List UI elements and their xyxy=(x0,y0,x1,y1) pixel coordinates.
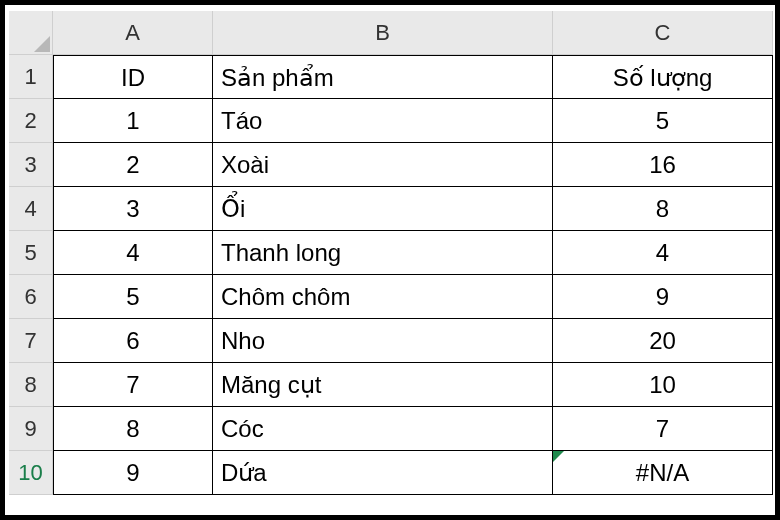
column-header-B[interactable]: B xyxy=(213,11,553,55)
column-header-C[interactable]: C xyxy=(553,11,773,55)
cell-A2[interactable]: 1 xyxy=(53,99,213,143)
cell-B10[interactable]: Dứa xyxy=(213,451,553,495)
cell-B8[interactable]: Măng cụt xyxy=(213,363,553,407)
row-header-5[interactable]: 5 xyxy=(9,231,53,275)
column-header-A[interactable]: A xyxy=(53,11,213,55)
row-header-7[interactable]: 7 xyxy=(9,319,53,363)
cell-B9[interactable]: Cóc xyxy=(213,407,553,451)
cell-A10[interactable]: 9 xyxy=(53,451,213,495)
cell-B6[interactable]: Chôm chôm xyxy=(213,275,553,319)
row-header-6[interactable]: 6 xyxy=(9,275,53,319)
cell-C9[interactable]: 7 xyxy=(553,407,773,451)
app-frame: A B C 1 ID Sản phẩm Số lượng 2 1 Táo 5 3… xyxy=(0,0,780,520)
cell-C5[interactable]: 4 xyxy=(553,231,773,275)
cell-A3[interactable]: 2 xyxy=(53,143,213,187)
cell-C8[interactable]: 10 xyxy=(553,363,773,407)
row-header-10[interactable]: 10 xyxy=(9,451,53,495)
cell-A7[interactable]: 6 xyxy=(53,319,213,363)
spreadsheet-grid: A B C 1 ID Sản phẩm Số lượng 2 1 Táo 5 3… xyxy=(9,11,773,495)
cell-A4[interactable]: 3 xyxy=(53,187,213,231)
cell-C6[interactable]: 9 xyxy=(553,275,773,319)
cell-C3[interactable]: 16 xyxy=(553,143,773,187)
cell-B2[interactable]: Táo xyxy=(213,99,553,143)
svg-marker-0 xyxy=(34,36,50,52)
cell-B5[interactable]: Thanh long xyxy=(213,231,553,275)
cell-C4[interactable]: 8 xyxy=(553,187,773,231)
row-header-8[interactable]: 8 xyxy=(9,363,53,407)
cell-C7[interactable]: 20 xyxy=(553,319,773,363)
row-header-9[interactable]: 9 xyxy=(9,407,53,451)
row-header-2[interactable]: 2 xyxy=(9,99,53,143)
cell-C10[interactable]: #N/A xyxy=(553,451,773,495)
cell-B3[interactable]: Xoài xyxy=(213,143,553,187)
row-header-3[interactable]: 3 xyxy=(9,143,53,187)
cell-A5[interactable]: 4 xyxy=(53,231,213,275)
select-all-icon xyxy=(34,36,50,52)
cell-A1[interactable]: ID xyxy=(53,55,213,99)
cell-B4[interactable]: Ổi xyxy=(213,187,553,231)
cell-B1[interactable]: Sản phẩm xyxy=(213,55,553,99)
cell-A8[interactable]: 7 xyxy=(53,363,213,407)
cell-C1[interactable]: Số lượng xyxy=(553,55,773,99)
cell-C2[interactable]: 5 xyxy=(553,99,773,143)
cell-A6[interactable]: 5 xyxy=(53,275,213,319)
row-header-4[interactable]: 4 xyxy=(9,187,53,231)
cell-A9[interactable]: 8 xyxy=(53,407,213,451)
row-header-1[interactable]: 1 xyxy=(9,55,53,99)
select-all-corner[interactable] xyxy=(9,11,53,55)
cell-B7[interactable]: Nho xyxy=(213,319,553,363)
